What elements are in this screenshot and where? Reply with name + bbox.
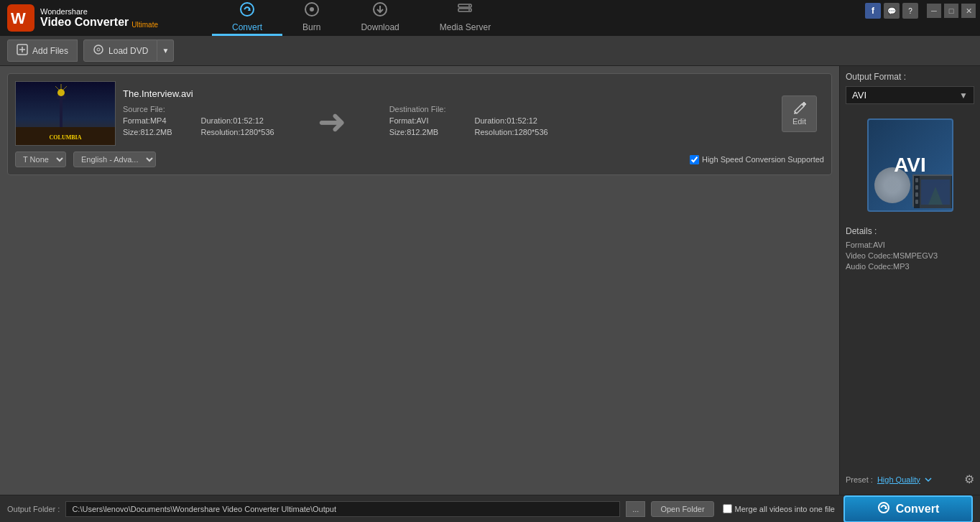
tab-burn[interactable]: Burn bbox=[282, 0, 341, 36]
main-area: COLUMBIA The.Interview.avi Source File: … bbox=[0, 66, 980, 495]
help-icon[interactable]: ? bbox=[902, 3, 918, 19]
source-size: Size:812.2MB bbox=[123, 128, 172, 136]
file-item: COLUMBIA The.Interview.avi Source File: … bbox=[7, 73, 832, 175]
svg-rect-26 bbox=[915, 178, 918, 182]
source-duration-block: Duration:01:52:12 Resolution:1280*536 bbox=[201, 105, 274, 139]
source-info-block: Source File: Format:MP4 Size:812.2MB bbox=[123, 105, 172, 139]
download-tab-icon bbox=[372, 1, 388, 21]
tab-convert-label: Convert bbox=[232, 22, 262, 32]
format-select-row[interactable]: AVI ▼ bbox=[846, 86, 974, 104]
convert-button-label: Convert bbox=[896, 503, 939, 516]
thumbnail-label: COLUMBIA bbox=[15, 81, 116, 146]
details-format: Format:AVI bbox=[846, 241, 974, 249]
content-area: COLUMBIA The.Interview.avi Source File: … bbox=[0, 66, 839, 495]
source-resolution: Resolution:1280*536 bbox=[201, 128, 274, 136]
chat-icon[interactable]: 💬 bbox=[884, 3, 900, 19]
subtitle-select[interactable]: T None bbox=[15, 152, 66, 167]
svg-point-5 bbox=[310, 7, 314, 11]
source-format: Format:MP4 bbox=[123, 116, 172, 125]
close-button[interactable]: ✕ bbox=[961, 4, 976, 18]
details-video-codec: Video Codec:MSMPEGV3 bbox=[846, 251, 974, 260]
avi-film-icon bbox=[912, 174, 953, 207]
file-controls: T None English - Adva... High Speed Conv… bbox=[15, 152, 824, 167]
dest-format: Format:AVI bbox=[389, 116, 446, 125]
svg-rect-25 bbox=[951, 176, 953, 208]
titlebar: W Wondershare Video Converter Ultimate C… bbox=[0, 0, 980, 36]
toolbar: Add Files Load DVD ▼ bbox=[0, 36, 980, 66]
dest-size: Size:812.2MB bbox=[389, 128, 446, 136]
format-preview: AVI bbox=[846, 111, 974, 219]
app-logo-icon: W bbox=[7, 4, 34, 32]
preset-label: Preset : bbox=[846, 475, 873, 484]
file-header: COLUMBIA The.Interview.avi Source File: … bbox=[15, 81, 824, 146]
svg-rect-28 bbox=[915, 192, 918, 197]
maximize-button[interactable]: □ bbox=[944, 4, 958, 18]
dest-duration-block: Duration:01:52:12 Resolution:1280*536 bbox=[475, 105, 548, 139]
file-info-row: Source File: Format:MP4 Size:812.2MB Dur… bbox=[123, 105, 767, 139]
source-label: Source File: bbox=[123, 105, 172, 113]
file-thumbnail: COLUMBIA bbox=[15, 81, 116, 146]
file-name: The.Interview.avi bbox=[123, 88, 767, 99]
details-audio-codec: Audio Codec:MP3 bbox=[846, 262, 974, 271]
thumbnail-art: COLUMBIA bbox=[16, 82, 115, 145]
convert-tab-icon bbox=[239, 1, 255, 21]
load-dvd-dropdown[interactable]: ▼ bbox=[157, 39, 174, 62]
browse-button[interactable]: ... bbox=[626, 501, 645, 517]
add-files-button[interactable]: Add Files bbox=[7, 39, 78, 62]
svg-point-9 bbox=[468, 5, 470, 6]
merge-checkbox[interactable] bbox=[723, 504, 732, 513]
avi-label-text: AVI bbox=[894, 154, 926, 177]
svg-point-13 bbox=[97, 48, 100, 51]
output-folder-input[interactable] bbox=[65, 501, 620, 517]
convert-button[interactable]: Convert bbox=[843, 495, 973, 523]
load-dvd-icon bbox=[93, 44, 104, 57]
svg-rect-30 bbox=[953, 178, 953, 182]
tab-convert[interactable]: Convert bbox=[212, 0, 282, 36]
preset-row: Preset : High Quality ⚙ bbox=[846, 472, 974, 486]
details-title: Details : bbox=[846, 226, 974, 236]
burn-tab-icon bbox=[304, 1, 320, 21]
edit-button[interactable]: Edit bbox=[782, 95, 817, 132]
svg-rect-29 bbox=[915, 200, 918, 204]
tab-download-label: Download bbox=[361, 22, 399, 32]
hd-checkbox-label: High Speed Conversion Supported bbox=[702, 155, 824, 164]
nav-tabs: Convert Burn Download Media Server bbox=[212, 0, 511, 36]
tab-download[interactable]: Download bbox=[341, 0, 419, 36]
file-details: The.Interview.avi Source File: Format:MP… bbox=[123, 88, 767, 139]
svg-text:COLUMBIA: COLUMBIA bbox=[50, 134, 82, 141]
tab-media-server[interactable]: Media Server bbox=[420, 0, 511, 36]
format-dropdown-arrow: ▼ bbox=[959, 90, 968, 101]
svg-point-12 bbox=[94, 45, 103, 54]
hd-checkbox[interactable] bbox=[690, 155, 699, 164]
app-name: Wondershare Video Converter Ultimate bbox=[40, 7, 158, 29]
logo-area: W Wondershare Video Converter Ultimate bbox=[0, 4, 212, 32]
svg-point-2 bbox=[241, 3, 254, 16]
open-folder-button[interactable]: Open Folder bbox=[651, 501, 713, 517]
facebook-icon[interactable]: f bbox=[865, 3, 881, 19]
window-controls: f 💬 ? ─ □ ✕ bbox=[865, 0, 980, 22]
dest-label: Destination File: bbox=[389, 105, 446, 113]
dest-info-block: Destination File: Format:AVI Size:812.2M… bbox=[389, 105, 446, 139]
audio-select[interactable]: English - Adva... bbox=[73, 152, 156, 167]
dest-resolution: Resolution:1280*536 bbox=[475, 128, 548, 136]
source-duration: Duration:01:52:12 bbox=[201, 116, 274, 125]
social-icons: f 💬 ? bbox=[865, 3, 918, 19]
edit-button-label: Edit bbox=[792, 117, 806, 126]
app-product: Video Converter bbox=[40, 16, 129, 29]
svg-rect-27 bbox=[915, 185, 918, 190]
hd-checkbox-row: High Speed Conversion Supported bbox=[690, 155, 824, 164]
add-files-label: Add Files bbox=[32, 46, 68, 56]
settings-button[interactable]: ⚙ bbox=[964, 472, 974, 486]
details-section: Details : Format:AVI Video Codec:MSMPEGV… bbox=[846, 226, 974, 273]
edit-icon bbox=[793, 102, 806, 115]
right-panel: Output Format : AVI ▼ AVI bbox=[839, 66, 980, 495]
svg-point-10 bbox=[468, 9, 470, 11]
minimize-button[interactable]: ─ bbox=[927, 4, 941, 18]
preset-dropdown-icon bbox=[925, 476, 932, 483]
tab-media-server-label: Media Server bbox=[440, 22, 491, 32]
load-dvd-button[interactable]: Load DVD bbox=[83, 39, 157, 62]
load-dvd-label: Load DVD bbox=[108, 46, 148, 56]
svg-rect-32 bbox=[953, 192, 953, 197]
preset-value[interactable]: High Quality bbox=[877, 475, 920, 484]
svg-point-35 bbox=[879, 503, 889, 513]
